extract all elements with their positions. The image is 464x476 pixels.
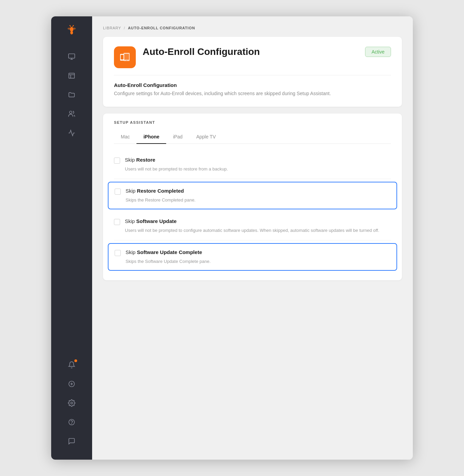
option-desc-skip-software-update: Users will not be prompted to configure … [125, 227, 391, 234]
option-skip-software-update: Skip Software Update Users will not be p… [114, 212, 391, 240]
breadcrumb-parent[interactable]: LIBRARY [103, 26, 121, 30]
svg-rect-23 [122, 60, 122, 60]
option-desc-skip-restore-completed: Skips the Restore Completed pane. [126, 197, 390, 204]
checkbox-skip-software-update-complete[interactable] [115, 250, 121, 256]
sidebar-bottom [63, 357, 80, 453]
svg-point-14 [70, 111, 72, 114]
sidebar-item-devices[interactable] [63, 48, 80, 65]
sidebar-item-library[interactable] [63, 68, 80, 84]
sidebar-item-help[interactable] [63, 414, 80, 430]
svg-point-2 [70, 31, 73, 34]
svg-rect-22 [121, 55, 124, 59]
description-title: Auto-Enroll Configuration [114, 82, 391, 88]
option-skip-restore-completed: Skip Restore Completed Skips the Restore… [108, 182, 397, 210]
config-description: Auto-Enroll Configuration Configure sett… [114, 82, 391, 97]
sidebar-nav [63, 48, 80, 357]
svg-rect-10 [69, 54, 75, 58]
breadcrumb-current: AUTO-ENROLL CONFIGURATION [128, 26, 195, 30]
option-label-skip-restore-completed: Skip Restore Completed [126, 188, 184, 194]
svg-rect-25 [124, 54, 129, 60]
svg-point-9 [73, 25, 74, 26]
svg-point-18 [71, 402, 73, 404]
svg-point-4 [68, 28, 71, 30]
logo[interactable] [64, 23, 79, 38]
sidebar-item-activity[interactable] [63, 125, 80, 141]
tab-iphone[interactable]: iPhone [136, 130, 166, 144]
sidebar-item-users[interactable] [63, 106, 80, 122]
setup-assistant-card: SETUP ASSISTANT Mac iPhone iPad Apple TV… [103, 114, 402, 280]
status-badge: Active [365, 47, 391, 57]
svg-point-20 [72, 423, 72, 424]
svg-point-5 [72, 28, 76, 30]
option-label-skip-restore: Skip Restore [125, 157, 155, 163]
sidebar-item-folders[interactable] [63, 87, 80, 103]
svg-rect-11 [69, 73, 75, 78]
divider [114, 75, 391, 75]
options-list: Skip Restore Users will not be prompted … [103, 144, 402, 280]
breadcrumb: LIBRARY / AUTO-ENROLL CONFIGURATION [103, 26, 402, 30]
checkbox-skip-restore-completed[interactable] [115, 189, 121, 195]
setup-title: SETUP ASSISTANT [114, 120, 391, 124]
setup-header: SETUP ASSISTANT Mac iPhone iPad Apple TV [103, 114, 402, 144]
main-content: LIBRARY / AUTO-ENROLL CONFIGURATION [92, 16, 413, 460]
option-desc-skip-restore: Users will not be prompted to restore fr… [125, 166, 391, 173]
page-title: Auto-Enroll Configuration [143, 46, 260, 57]
header-card: Auto-Enroll Configuration Active Auto-En… [103, 37, 402, 107]
tab-mac[interactable]: Mac [114, 130, 136, 144]
sidebar-item-add[interactable] [63, 376, 80, 392]
notification-dot [74, 359, 77, 362]
sidebar-item-notifications[interactable] [63, 357, 80, 373]
option-label-skip-software-update-complete: Skip Software Update Complete [126, 249, 202, 255]
option-desc-skip-software-update-complete: Skips the Software Update Complete pane. [126, 258, 390, 265]
option-skip-software-update-complete: Skip Software Update Complete Skips the … [108, 243, 397, 271]
sidebar-item-settings[interactable] [63, 395, 80, 411]
breadcrumb-separator: / [124, 26, 125, 30]
checkbox-skip-software-update[interactable] [114, 219, 120, 225]
svg-rect-26 [126, 60, 127, 61]
tab-ipad[interactable]: iPad [166, 130, 189, 144]
tabs: Mac iPhone iPad Apple TV [114, 130, 391, 144]
option-skip-restore: Skip Restore Users will not be prompted … [114, 151, 391, 179]
tab-appletv[interactable]: Apple TV [189, 130, 222, 144]
option-label-skip-software-update: Skip Software Update [125, 218, 177, 224]
config-icon [114, 46, 136, 68]
svg-rect-3 [71, 28, 72, 29]
checkbox-skip-restore[interactable] [114, 158, 120, 164]
sidebar-item-chat[interactable] [63, 433, 80, 449]
app-container: LIBRARY / AUTO-ENROLL CONFIGURATION [51, 16, 413, 460]
header-title-area: Auto-Enroll Configuration Active [143, 46, 391, 57]
description-text: Configure settings for Auto-Enroll devic… [114, 90, 391, 97]
svg-point-8 [70, 25, 71, 26]
sidebar [51, 16, 92, 460]
